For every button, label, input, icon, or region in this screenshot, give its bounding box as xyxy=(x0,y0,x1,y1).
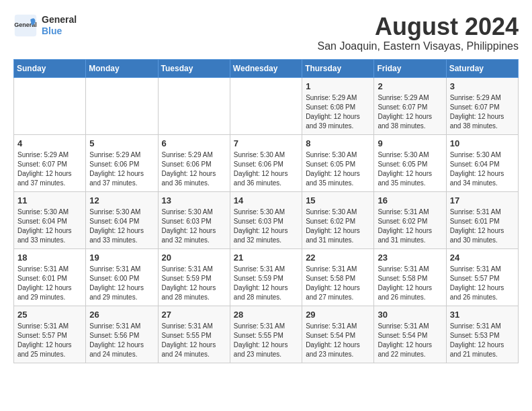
day-number: 28 xyxy=(234,310,298,320)
day-info: Sunrise: 5:31 AMSunset: 5:58 PMDaylight:… xyxy=(378,265,442,302)
calendar-cell: 24Sunrise: 5:31 AMSunset: 5:57 PMDayligh… xyxy=(446,248,518,306)
calendar-week-row: 18Sunrise: 5:31 AMSunset: 6:01 PMDayligh… xyxy=(14,248,519,306)
day-info: Sunrise: 5:29 AMSunset: 6:06 PMDaylight:… xyxy=(162,150,226,188)
day-info: Sunrise: 5:30 AMSunset: 6:03 PMDaylight:… xyxy=(162,208,226,245)
day-info: Sunrise: 5:30 AMSunset: 6:02 PMDaylight:… xyxy=(306,208,370,245)
day-number: 2 xyxy=(378,81,442,91)
calendar-cell: 9Sunrise: 5:30 AMSunset: 6:05 PMDaylight… xyxy=(374,134,446,191)
day-number: 25 xyxy=(17,310,82,320)
calendar-week-row: 11Sunrise: 5:30 AMSunset: 6:04 PMDayligh… xyxy=(14,191,519,248)
weekday-header-thursday: Thursday xyxy=(302,59,374,77)
weekday-header-sunday: Sunday xyxy=(14,59,86,77)
day-number: 13 xyxy=(162,195,226,205)
calendar-cell: 6Sunrise: 5:29 AMSunset: 6:06 PMDaylight… xyxy=(158,134,230,191)
day-number: 10 xyxy=(450,138,515,148)
day-info: Sunrise: 5:29 AMSunset: 6:07 PMDaylight:… xyxy=(17,150,82,188)
calendar-cell xyxy=(86,77,158,134)
calendar-cell: 7Sunrise: 5:30 AMSunset: 6:06 PMDaylight… xyxy=(230,134,302,191)
day-number: 19 xyxy=(89,253,154,263)
day-number: 22 xyxy=(306,253,370,263)
day-info: Sunrise: 5:29 AMSunset: 6:07 PMDaylight:… xyxy=(450,93,515,131)
day-info: Sunrise: 5:31 AMSunset: 5:55 PMDaylight:… xyxy=(162,322,226,359)
calendar-cell: 26Sunrise: 5:31 AMSunset: 5:56 PMDayligh… xyxy=(86,306,158,363)
day-info: Sunrise: 5:31 AMSunset: 6:00 PMDaylight:… xyxy=(89,265,154,302)
day-number: 14 xyxy=(234,195,298,205)
calendar-cell: 31Sunrise: 5:31 AMSunset: 5:53 PMDayligh… xyxy=(446,306,518,363)
day-number: 6 xyxy=(162,138,226,148)
day-info: Sunrise: 5:31 AMSunset: 5:54 PMDaylight:… xyxy=(378,322,442,359)
day-info: Sunrise: 5:31 AMSunset: 5:56 PMDaylight:… xyxy=(89,322,154,359)
weekday-header-tuesday: Tuesday xyxy=(158,59,230,77)
day-number: 20 xyxy=(162,253,226,263)
calendar-cell: 23Sunrise: 5:31 AMSunset: 5:58 PMDayligh… xyxy=(374,248,446,306)
day-info: Sunrise: 5:31 AMSunset: 5:58 PMDaylight:… xyxy=(306,265,370,302)
day-number: 7 xyxy=(234,138,298,148)
location-subtitle: San Joaquin, Eastern Visayas, Philippine… xyxy=(318,40,519,52)
calendar-week-row: 4Sunrise: 5:29 AMSunset: 6:07 PMDaylight… xyxy=(14,134,519,191)
month-year-title: August 2024 xyxy=(318,13,519,40)
day-number: 21 xyxy=(234,253,298,263)
day-info: Sunrise: 5:30 AMSunset: 6:04 PMDaylight:… xyxy=(17,208,82,245)
weekday-header-monday: Monday xyxy=(86,59,158,77)
day-number: 18 xyxy=(17,253,82,263)
calendar-cell: 8Sunrise: 5:30 AMSunset: 6:05 PMDaylight… xyxy=(302,134,374,191)
calendar-cell xyxy=(158,77,230,134)
weekday-header-saturday: Saturday xyxy=(446,59,518,77)
day-info: Sunrise: 5:31 AMSunset: 5:57 PMDaylight:… xyxy=(450,265,515,302)
day-info: Sunrise: 5:31 AMSunset: 6:01 PMDaylight:… xyxy=(450,208,515,245)
day-number: 17 xyxy=(450,195,515,205)
weekday-header-friday: Friday xyxy=(374,59,446,77)
day-info: Sunrise: 5:31 AMSunset: 5:53 PMDaylight:… xyxy=(450,322,515,359)
day-number: 1 xyxy=(306,81,370,91)
day-info: Sunrise: 5:29 AMSunset: 6:08 PMDaylight:… xyxy=(306,93,370,131)
logo: General General Blue xyxy=(13,13,77,38)
day-info: Sunrise: 5:30 AMSunset: 6:04 PMDaylight:… xyxy=(450,150,515,188)
day-number: 16 xyxy=(378,195,442,205)
calendar-cell: 22Sunrise: 5:31 AMSunset: 5:58 PMDayligh… xyxy=(302,248,374,306)
calendar-cell: 30Sunrise: 5:31 AMSunset: 5:54 PMDayligh… xyxy=(374,306,446,363)
logo-line1: General xyxy=(42,14,77,26)
day-info: Sunrise: 5:31 AMSunset: 5:57 PMDaylight:… xyxy=(17,322,82,359)
day-info: Sunrise: 5:29 AMSunset: 6:07 PMDaylight:… xyxy=(378,93,442,131)
calendar-cell: 28Sunrise: 5:31 AMSunset: 5:55 PMDayligh… xyxy=(230,306,302,363)
calendar-cell: 1Sunrise: 5:29 AMSunset: 6:08 PMDaylight… xyxy=(302,77,374,134)
day-number: 12 xyxy=(89,195,154,205)
weekday-header-wednesday: Wednesday xyxy=(230,59,302,77)
logo-line2: Blue xyxy=(42,26,77,37)
day-info: Sunrise: 5:30 AMSunset: 6:03 PMDaylight:… xyxy=(234,208,298,245)
day-number: 29 xyxy=(306,310,370,320)
calendar-table: SundayMondayTuesdayWednesdayThursdayFrid… xyxy=(13,59,519,363)
calendar-cell: 5Sunrise: 5:29 AMSunset: 6:06 PMDaylight… xyxy=(86,134,158,191)
calendar-cell: 18Sunrise: 5:31 AMSunset: 6:01 PMDayligh… xyxy=(14,248,86,306)
day-number: 11 xyxy=(17,195,82,205)
day-number: 9 xyxy=(378,138,442,148)
day-number: 26 xyxy=(89,310,154,320)
day-number: 23 xyxy=(378,253,442,263)
calendar-cell: 21Sunrise: 5:31 AMSunset: 5:59 PMDayligh… xyxy=(230,248,302,306)
day-info: Sunrise: 5:31 AMSunset: 5:54 PMDaylight:… xyxy=(306,322,370,359)
day-info: Sunrise: 5:31 AMSunset: 6:02 PMDaylight:… xyxy=(378,208,442,245)
calendar-cell: 19Sunrise: 5:31 AMSunset: 6:00 PMDayligh… xyxy=(86,248,158,306)
day-number: 30 xyxy=(378,310,442,320)
calendar-cell: 16Sunrise: 5:31 AMSunset: 6:02 PMDayligh… xyxy=(374,191,446,248)
title-area: August 2024 San Joaquin, Eastern Visayas… xyxy=(318,13,519,52)
day-number: 8 xyxy=(306,138,370,148)
calendar-cell: 20Sunrise: 5:31 AMSunset: 5:59 PMDayligh… xyxy=(158,248,230,306)
calendar-cell: 11Sunrise: 5:30 AMSunset: 6:04 PMDayligh… xyxy=(14,191,86,248)
day-number: 27 xyxy=(162,310,226,320)
calendar-cell: 29Sunrise: 5:31 AMSunset: 5:54 PMDayligh… xyxy=(302,306,374,363)
calendar-cell: 14Sunrise: 5:30 AMSunset: 6:03 PMDayligh… xyxy=(230,191,302,248)
day-info: Sunrise: 5:31 AMSunset: 5:59 PMDaylight:… xyxy=(234,265,298,302)
calendar-cell: 13Sunrise: 5:30 AMSunset: 6:03 PMDayligh… xyxy=(158,191,230,248)
day-number: 3 xyxy=(450,81,515,91)
calendar-cell: 4Sunrise: 5:29 AMSunset: 6:07 PMDaylight… xyxy=(14,134,86,191)
weekday-header-row: SundayMondayTuesdayWednesdayThursdayFrid… xyxy=(14,59,519,77)
logo-icon: General xyxy=(13,13,38,38)
calendar-week-row: 25Sunrise: 5:31 AMSunset: 5:57 PMDayligh… xyxy=(14,306,519,363)
day-info: Sunrise: 5:30 AMSunset: 6:05 PMDaylight:… xyxy=(306,150,370,188)
calendar-cell: 2Sunrise: 5:29 AMSunset: 6:07 PMDaylight… xyxy=(374,77,446,134)
calendar-cell xyxy=(230,77,302,134)
logo-text: General Blue xyxy=(42,14,77,37)
calendar-cell: 17Sunrise: 5:31 AMSunset: 6:01 PMDayligh… xyxy=(446,191,518,248)
calendar-cell xyxy=(14,77,86,134)
